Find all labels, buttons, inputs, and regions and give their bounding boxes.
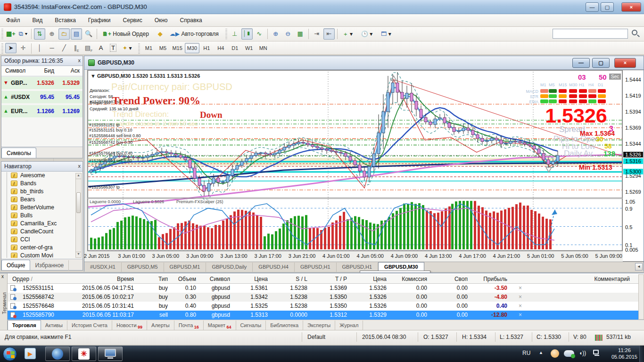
- indicators-icon[interactable]: ＋ ▾: [340, 28, 357, 40]
- tray-network-icon[interactable]: [593, 350, 601, 357]
- taskbar-browser-button[interactable]: [45, 346, 70, 361]
- terminal-column-tp[interactable]: T / P: [309, 276, 347, 282]
- market-watch-row[interactable]: ▼GBP...1.53261.5329: [1, 77, 83, 90]
- navigator-toggle-icon[interactable]: 🗀★: [58, 28, 70, 40]
- navigator-item-CCI[interactable]: ƒCCI: [1, 236, 76, 244]
- close-order-icon[interactable]: ×: [519, 303, 522, 309]
- terminal-order-row[interactable]: 15255766482015.06.05 10:31:41buy0.40gbpu…: [8, 302, 638, 311]
- terminal-column-time[interactable]: Время: [64, 276, 134, 282]
- chart-tab-0-USDXH1[interactable]: #USDX,H1: [84, 263, 122, 272]
- terminal-column-type[interactable]: Тип: [136, 276, 168, 282]
- timeframe-D1[interactable]: D1: [228, 43, 242, 53]
- text-tool-icon[interactable]: A: [95, 43, 107, 53]
- terminal-column-sl[interactable]: S / L: [270, 276, 307, 282]
- autotrading-icon[interactable]: ☁▶ Авто-торговля: [167, 28, 223, 40]
- chart-tab-4-GBPUSDH4[interactable]: GBPUSD,H4: [253, 263, 295, 272]
- cursor-tool-icon[interactable]: ➤: [5, 43, 17, 53]
- menu-Окно[interactable]: Окно: [149, 14, 174, 26]
- search-input[interactable]: [553, 29, 628, 39]
- autotrading-label[interactable]: Авто-торговля: [181, 31, 218, 37]
- terminal-tab-Эксперты[interactable]: Эксперты: [303, 321, 335, 330]
- crosshair-tool-icon[interactable]: ✛: [17, 43, 29, 53]
- navigator-item-Bands[interactable]: ƒBands: [1, 180, 76, 188]
- label-tool-icon[interactable]: T: [107, 43, 119, 53]
- terminal-order-row[interactable]: 15255857902015.06.05 11:03:17sell0.80gbp…: [8, 311, 638, 320]
- horizontal-line-tool-icon[interactable]: ─: [46, 43, 58, 53]
- close-order-icon[interactable]: ×: [519, 312, 522, 318]
- taskbar-active-window-button[interactable]: [98, 346, 123, 361]
- terminal-order-row[interactable]: 15255687422015.06.05 10:02:17buy0.30gbpu…: [8, 293, 638, 302]
- terminal-tab-Торговля[interactable]: Торговля: [8, 320, 41, 330]
- candlestick-chart-icon[interactable]: ⏐▮: [241, 28, 253, 40]
- close-order-icon[interactable]: ×: [519, 294, 522, 300]
- chart-minimize-button[interactable]: —: [572, 58, 590, 68]
- timeframe-M1[interactable]: M1: [141, 43, 156, 53]
- zoom-out-icon[interactable]: ⊖: [282, 28, 294, 40]
- menu-Вид[interactable]: Вид: [26, 14, 49, 26]
- timeframe-M15[interactable]: M15: [170, 43, 184, 53]
- navigator-item-BetterVolume[interactable]: ƒBetterVolume: [1, 204, 76, 212]
- line-chart-icon[interactable]: ∿: [254, 28, 265, 40]
- column-ask[interactable]: Аск: [57, 67, 80, 74]
- chart-tab-3-GBPUSDDaily[interactable]: GBPUSD,Daily: [206, 263, 253, 272]
- column-symbol[interactable]: Символ: [5, 67, 25, 74]
- new-chart-icon[interactable]: ▦+ ▾: [5, 28, 17, 40]
- terminal-column-price[interactable]: Цена: [232, 276, 268, 282]
- data-window-icon[interactable]: ⊕: [46, 28, 58, 40]
- terminal-tab-История Счета[interactable]: История Счета: [67, 321, 112, 330]
- navigator-item-center-of-gra[interactable]: ƒcenter-of-gra: [1, 244, 76, 252]
- market-watch-row[interactable]: ▲EUR...1.12661.1269: [1, 105, 83, 118]
- timeframe-H4[interactable]: H4: [214, 43, 228, 53]
- menu-Графики[interactable]: Графики: [82, 14, 117, 26]
- chart-tab-5-GBPUSDH1[interactable]: GBPUSD,H1: [295, 263, 337, 272]
- navigator-item-Bears[interactable]: ƒBears: [1, 196, 76, 204]
- fibonacci-tool-icon[interactable]: ▤F: [83, 43, 94, 53]
- terminal-tab-Сигналы[interactable]: Сигналы: [236, 321, 266, 330]
- auto-scroll-icon[interactable]: ⇥: [311, 28, 322, 40]
- terminal-column-commission[interactable]: Комиссия: [388, 276, 427, 282]
- tray-sync-cloud-icon[interactable]: [564, 350, 574, 357]
- chart-plot-area[interactable]: ▼ GBPUSD,M30 1.5320 1.5331 1.5313 1.5326…: [87, 70, 623, 251]
- market-watch-close-icon[interactable]: x: [78, 58, 81, 63]
- minimize-button[interactable]: —: [586, 2, 599, 12]
- zoom-in-icon[interactable]: ⊕: [270, 28, 281, 40]
- menu-Вставка[interactable]: Вставка: [49, 14, 82, 26]
- terminal-tab-Библиотека[interactable]: Библиотека: [266, 321, 303, 330]
- timeframe-H1[interactable]: H1: [199, 43, 214, 53]
- bar-chart-icon[interactable]: ⊥: [229, 28, 240, 40]
- scroll-down-icon[interactable]: ▼: [76, 252, 81, 257]
- start-button[interactable]: [3, 347, 17, 361]
- close-button[interactable]: ×: [621, 2, 641, 12]
- terminal-column-volume[interactable]: Объем: [170, 276, 196, 282]
- search-icon[interactable]: [632, 30, 637, 35]
- terminal-column-comment[interactable]: Комментарий: [511, 276, 630, 282]
- terminal-close-icon[interactable]: x: [1, 274, 7, 280]
- maximize-button[interactable]: ▢: [601, 2, 614, 12]
- terminal-column-swap[interactable]: Своп: [429, 276, 468, 282]
- navigator-item-Custom Movi[interactable]: ƒCustom Movi: [1, 252, 76, 258]
- terminal-order-row[interactable]: 15255311512015.06.05 04:17:51buy0.10gbpu…: [8, 284, 638, 293]
- terminal-tab-Журнал[interactable]: Журнал: [335, 321, 363, 330]
- tray-volume-icon[interactable]: ◖)): [579, 350, 586, 356]
- terminal-header-row[interactable]: Ордер /ВремяТипОбъемСимволЦенаS / LT / P…: [8, 274, 638, 284]
- terminal-column-order[interactable]: Ордер /: [12, 276, 62, 282]
- strategy-tester-icon[interactable]: 🔍: [83, 28, 94, 40]
- toolbar-grip[interactable]: [138, 43, 140, 54]
- scroll-up-icon[interactable]: ▲: [76, 173, 81, 179]
- market-watch-toggle-icon[interactable]: ⇅: [34, 28, 45, 40]
- navigator-item-Awesome[interactable]: ƒAwesome: [1, 172, 76, 180]
- time-axis[interactable]: 2 Jun 20153 Jun 01:003 Jun 05:003 Jun 09…: [87, 251, 623, 262]
- chart-tab-2-GBPUSDM1[interactable]: GBPUSD,M1: [164, 263, 206, 272]
- terminal-tab-Алерты[interactable]: Алерты: [147, 321, 174, 330]
- navigator-tab-common[interactable]: Общие: [1, 260, 30, 270]
- terminal-column-symbol[interactable]: Символ: [198, 276, 230, 282]
- channel-tool-icon[interactable]: ∥E: [71, 43, 82, 53]
- metaeditor-icon[interactable]: ◆: [155, 28, 166, 40]
- price-scale[interactable]: 1.54441.54191.53941.53691.53441.52941.52…: [623, 70, 644, 262]
- tray-instaforex-icon[interactable]: [551, 349, 559, 358]
- arrows-tool-icon[interactable]: ✦ ▾: [120, 43, 136, 53]
- terminal-tab-Активы[interactable]: Активы: [41, 321, 67, 330]
- market-watch-row[interactable]: ▲#USDX95.4595.45: [1, 91, 83, 104]
- new-order-icon[interactable]: 🗎+ Новый Ордер: [100, 28, 153, 40]
- navigator-scrollbar[interactable]: ▲ ▼: [75, 173, 82, 258]
